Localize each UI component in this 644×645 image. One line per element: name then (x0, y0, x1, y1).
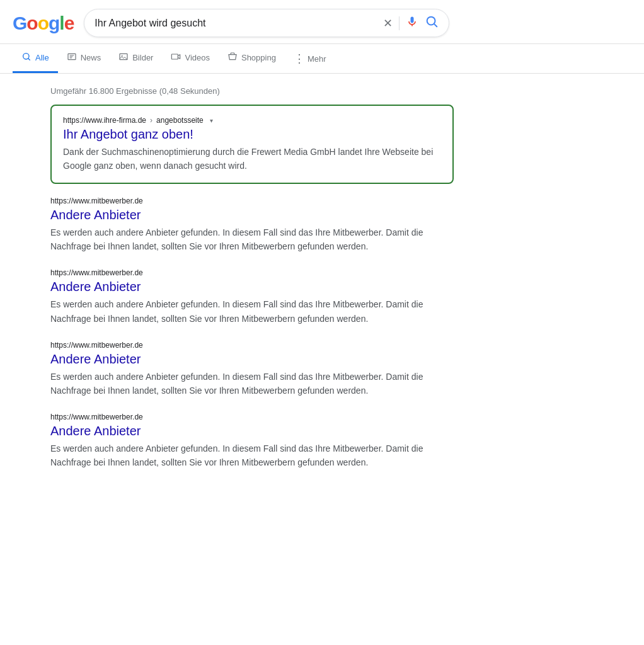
tab-videos-label: Videos (185, 53, 210, 62)
header: Google Ihr Angebot wird gesucht ✕ (0, 0, 644, 44)
featured-title[interactable]: Ihr Angebot ganz oben! (63, 126, 441, 142)
svg-line-3 (28, 59, 30, 60)
result-item: https://www.mitbewerber.de Andere Anbiet… (50, 413, 454, 469)
tab-bilder[interactable]: Bilder (110, 44, 162, 73)
result-snippet-0: Es werden auch andere Anbieter gefunden.… (50, 225, 454, 253)
result-item: https://www.mitbewerber.de Andere Anbiet… (50, 197, 454, 253)
tab-alle-label: Alle (35, 53, 49, 62)
search-input[interactable]: Ihr Angebot wird gesucht (95, 18, 378, 29)
mic-icon[interactable] (406, 15, 418, 31)
svg-line-1 (434, 24, 437, 26)
tab-shopping[interactable]: Shopping (219, 44, 285, 73)
result-snippet-3: Es werden auch andere Anbieter gefunden.… (50, 442, 454, 469)
result-url-text-2: https://www.mitbewerber.de (50, 341, 143, 350)
logo-o2: o (38, 13, 49, 34)
tab-shopping-label: Shopping (241, 53, 276, 62)
google-logo: Google (13, 13, 74, 34)
featured-url-text: https://www.ihre-firma.de (63, 116, 146, 125)
clear-icon[interactable]: ✕ (383, 16, 393, 30)
result-snippet-1: Es werden auch andere Anbieter gefunden.… (50, 297, 454, 325)
search-bar: Ihr Angebot wird gesucht ✕ (84, 9, 449, 37)
logo-e: e (64, 13, 74, 34)
svg-rect-10 (172, 54, 178, 59)
result-url-3: https://www.mitbewerber.de (50, 413, 454, 421)
result-title-1[interactable]: Andere Anbieter (50, 278, 454, 295)
tab-more-label: Mehr (308, 54, 326, 64)
alle-icon (21, 52, 32, 64)
tab-bilder-label: Bilder (132, 53, 153, 62)
result-url-text-0: https://www.mitbewerber.de (50, 197, 143, 205)
logo-g1: G (13, 13, 26, 34)
tab-news-label: News (81, 53, 101, 62)
result-url-text-3: https://www.mitbewerber.de (50, 413, 143, 421)
tab-news[interactable]: News (58, 44, 110, 73)
featured-snippet: Dank der Suchmaschinenoptimierung durch … (63, 145, 441, 173)
result-url-2: https://www.mitbewerber.de (50, 341, 454, 350)
result-url-text-1: https://www.mitbewerber.de (50, 268, 143, 277)
svg-point-9 (122, 55, 123, 57)
breadcrumb-separator: › (150, 116, 152, 125)
dropdown-arrow-icon[interactable]: ▾ (210, 117, 213, 124)
result-snippet-2: Es werden auch andere Anbieter gefunden.… (50, 370, 454, 397)
tab-videos[interactable]: Videos (162, 44, 219, 73)
search-bar-icons: ✕ (383, 14, 439, 31)
logo-l: l (59, 13, 64, 34)
result-title-2[interactable]: Andere Anbieter (50, 351, 454, 367)
result-item: https://www.mitbewerber.de Andere Anbiet… (50, 341, 454, 397)
results-area: Umgefähr 16.800 Ergebnisse (0,48 Sekunde… (0, 74, 504, 497)
result-title-0[interactable]: Andere Anbieter (50, 207, 454, 223)
result-item: https://www.mitbewerber.de Andere Anbiet… (50, 268, 454, 325)
featured-result: https://www.ihre-firma.de › angebotsseit… (50, 105, 454, 184)
search-submit-icon[interactable] (425, 14, 439, 31)
result-items-container: https://www.mitbewerber.de Andere Anbiet… (50, 197, 454, 469)
logo-o1: o (26, 13, 37, 34)
more-dots-icon: ⋮ (294, 52, 305, 66)
results-count: Umgefähr 16.800 Ergebnisse (0,48 Sekunde… (50, 80, 454, 105)
news-icon (67, 52, 77, 64)
nav-tabs: Alle News Bilder (0, 44, 644, 74)
bilder-icon (118, 52, 129, 64)
tab-alle[interactable]: Alle (13, 44, 58, 73)
featured-url: https://www.ihre-firma.de › angebotsseit… (63, 116, 441, 125)
logo-g2: g (49, 13, 59, 34)
featured-breadcrumb: angebotsseite (156, 116, 204, 125)
result-title-3[interactable]: Andere Anbieter (50, 423, 454, 439)
vertical-divider (399, 16, 400, 30)
tab-more[interactable]: ⋮ Mehr (285, 44, 335, 73)
result-url-0: https://www.mitbewerber.de (50, 197, 454, 205)
shopping-icon (227, 52, 238, 64)
videos-icon (171, 52, 181, 64)
result-url-1: https://www.mitbewerber.de (50, 268, 454, 277)
